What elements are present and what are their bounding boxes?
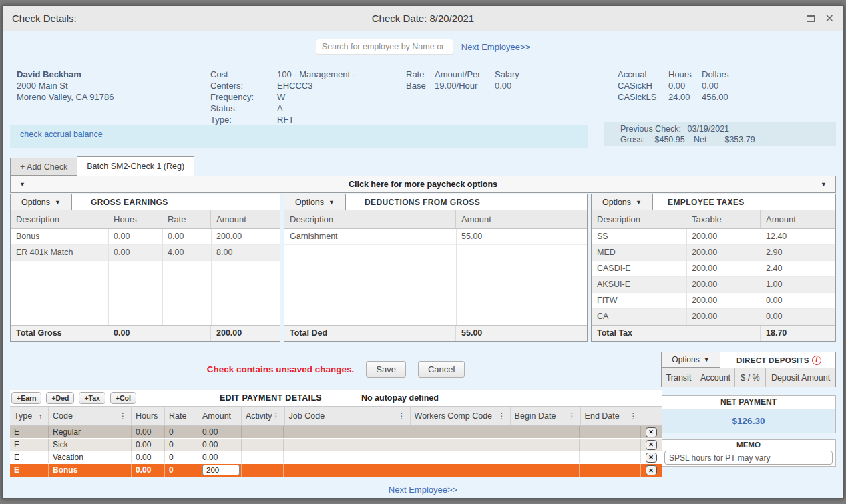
info-icon[interactable]: i [812,356,821,365]
net-payment-box: NET PAYMENT $126.30 [661,395,836,433]
memo-input[interactable] [664,451,833,465]
earnings-description: Bonus [11,229,108,244]
column-header-hours[interactable]: Hours [132,407,165,425]
payment-begin-date [509,451,580,463]
check-tabs: + Add Check Batch SM2-Check 1 (Reg) [10,156,194,176]
column-header-rate[interactable]: Rate [165,407,198,425]
payment-details-column-headers: Type ↑ Code ⋮ Hours Rate Amount Activity [10,406,662,426]
payment-workers-comp-code [409,464,509,477]
direct-deposits-header: Options ▼ DIRECT DEPOSITS i [662,352,835,368]
next-employee-link-top[interactable]: Next Employee>> [461,42,530,52]
payment-workers-comp-code [409,426,509,438]
previous-check-label: Previous Check: [620,124,681,134]
column-header-begin-date[interactable]: Begin Date ⋮ [511,407,581,425]
column-header-type[interactable]: Type ↑ [10,407,49,425]
payment-begin-date [509,464,580,477]
payment-rate: 0 [165,451,198,463]
deduction-description: Garnishment [284,229,456,244]
earnings-row[interactable]: Bonus 0.00 0.00 200.00 [11,229,280,245]
accrual-block: Accrual CASickH CASickLS Hours 0.00 24.0… [618,69,728,103]
tax-row[interactable]: CA 200.00 0.00 [592,309,835,325]
column-header-description: Description [592,210,686,228]
close-icon[interactable]: ✕ [825,13,834,24]
check-accrual-balance-link[interactable]: check accrual balance [20,130,103,139]
rate-base-block: Rate Base Amount/Per 19.00/Hour Salary 0… [406,69,519,91]
add-column-button[interactable]: +Col [110,392,136,404]
tab-add-check[interactable]: + Add Check [10,158,77,176]
tax-row[interactable]: AKSUI-E 200.00 1.00 [592,277,835,293]
collapse-arrow-icon-right[interactable]: ▼ [821,181,827,188]
deductions-options-button[interactable]: Options ▼ [284,194,346,210]
frequency-label: Frequency: [210,91,277,103]
payment-job-code [284,451,409,463]
payment-code: Sick [49,439,132,451]
type-value: RFT [277,114,355,125]
add-earning-button[interactable]: +Earn [11,392,41,404]
direct-deposits-options-button[interactable]: Options ▼ [662,352,720,368]
column-label: Rate [169,411,186,421]
tax-row[interactable]: MED 200.00 2.90 [592,245,835,261]
gross-earnings-column-headers: Description Hours Rate Amount [11,210,280,229]
delete-row-icon[interactable]: ✕ [646,453,657,463]
cost-centers-label-line1: Cost [210,69,277,80]
employee-name: David Beckham [17,69,114,80]
earnings-row[interactable]: ER 401k Match 0.00 4.00 8.00 [11,245,280,261]
memo-box: MEMO [661,439,836,467]
payment-row-bonus-selected[interactable]: E Bonus 0.00 0 ✕ [10,464,662,477]
accrual-row-hours: 0.00 [668,80,702,91]
column-menu-icon[interactable]: ⋮ [272,411,280,421]
payment-details-toolbar: +Earn +Ded +Tax +Col EDIT PAYMENT DETAIL… [10,390,662,406]
employee-taxes-header: Options ▼ EMPLOYEE TAXES [592,194,835,210]
employee-search-input[interactable] [316,39,453,55]
rate-base-label-line2: Base [406,80,435,91]
payment-rate: 0 [165,426,198,438]
employee-profile-fields: Cost Centers: Frequency: Status: Type: 1… [210,69,355,125]
column-header-activity[interactable]: Activity ⋮ [242,407,285,425]
payment-row-sick[interactable]: E Sick 0.00 0 0.00 ✕ [10,439,662,451]
tab-batch-check[interactable]: Batch SM2-Check 1 (Reg) [77,156,194,176]
column-menu-icon[interactable]: ⋮ [630,411,638,421]
options-button-label: Options [21,198,50,207]
maximize-icon[interactable] [807,15,815,22]
payment-row-vacation[interactable]: E Vacation 0.00 0 0.00 ✕ [10,451,662,464]
edit-payment-details-section: +Earn +Ded +Tax +Col EDIT PAYMENT DETAIL… [10,390,662,477]
type-label: Type: [210,114,277,125]
column-header-account: Account [696,368,735,387]
delete-row-icon[interactable]: ✕ [646,465,657,475]
tax-description: FITW [592,293,686,308]
status-value: A [277,103,355,114]
delete-row-icon[interactable]: ✕ [646,427,657,437]
gross-earnings-options-button[interactable]: Options ▼ [11,194,72,210]
column-header-amount[interactable]: Amount [198,407,242,425]
total-tax-amount: 18.70 [761,326,835,341]
tax-row[interactable]: FITW 200.00 0.00 [592,293,835,309]
collapse-arrow-icon-left[interactable]: ▼ [19,181,25,188]
add-tax-button[interactable]: +Tax [79,392,105,404]
employee-taxes-options-button[interactable]: Options ▼ [592,194,653,210]
column-header-end-date[interactable]: End Date ⋮ [581,407,642,425]
column-menu-icon[interactable]: ⋮ [498,411,506,421]
column-menu-icon[interactable]: ⋮ [398,411,406,421]
paycheck-options-bar[interactable]: ▼ Click here for more paycheck options ▼ [10,176,836,193]
tax-row[interactable]: CASDI-E 200.00 2.40 [592,261,835,277]
column-label: Workers Comp Code [415,411,492,421]
delete-row-icon[interactable]: ✕ [646,440,657,450]
cancel-button[interactable]: Cancel [418,361,465,378]
tax-taxable: 200.00 [686,309,761,324]
column-header-code[interactable]: Code ⋮ [49,407,132,425]
deduction-row[interactable]: Garnishment 55.00 [284,229,587,245]
next-employee-link-bottom[interactable]: Next Employee>> [389,485,457,495]
column-header-job-code[interactable]: Job Code ⋮ [285,407,411,425]
column-header-description: Description [284,210,456,228]
amount-input[interactable] [202,465,240,475]
column-menu-icon[interactable]: ⋮ [568,411,576,421]
tax-row[interactable]: SS 200.00 12.40 [592,229,835,245]
column-header-workers-comp-code[interactable]: Workers Comp Code ⋮ [411,407,511,425]
gross-earnings-panel: Options ▼ GROSS EARNINGS Description Hou… [10,194,280,342]
add-deduction-button[interactable]: +Ded [46,392,74,404]
column-menu-icon[interactable]: ⋮ [119,411,127,421]
dropdown-arrow-icon: ▼ [55,199,61,206]
payment-row-regular[interactable]: E Regular 0.00 0 0.00 ✕ [10,426,662,439]
save-button[interactable]: Save [366,361,406,378]
check-date-title: Check Date: 8/20/2021 [3,13,843,24]
